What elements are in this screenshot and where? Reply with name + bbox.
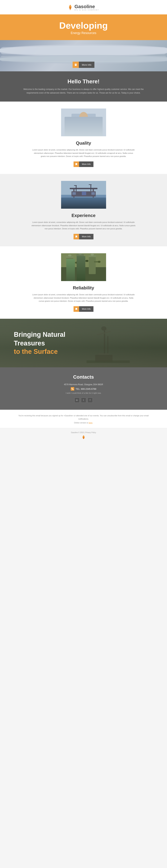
treasures-section: Bringing Natural Treasures to the Surfac…	[0, 319, 167, 367]
footer-online-link[interactable]: here	[89, 422, 92, 424]
bookmark-icon-experience	[75, 236, 78, 238]
reliability-more-info-button[interactable]: More Info	[74, 306, 93, 312]
hello-section: Hello There! Welcome to the leading comp…	[0, 71, 167, 101]
logo-subtitle: OIL & GAS COMPANY	[74, 9, 99, 11]
svg-rect-60	[99, 353, 109, 355]
treasures-title-line2: Treasures	[14, 339, 66, 347]
phone-icon-svg	[72, 388, 74, 390]
treasures-content: Bringing Natural Treasures to the Surfac…	[14, 331, 66, 355]
svg-rect-24	[70, 188, 97, 189]
reliability-button-label: More Info	[79, 306, 93, 312]
experience-button-label: More Info	[79, 234, 93, 239]
social-twitter-icon[interactable]: t	[81, 398, 86, 403]
svg-rect-38	[61, 267, 106, 281]
quality-text: Lorem ipsum dolor sit amet, consectetur …	[32, 148, 135, 158]
logo: Gasoline OIL & GAS COMPANY	[68, 4, 99, 11]
quality-more-info-button[interactable]: More Info	[74, 161, 93, 167]
contact-phone-row: TEL: 800-2345-6789	[14, 387, 153, 391]
footer-disclaimer: You're receiving this email because you …	[14, 414, 153, 421]
svg-rect-30	[90, 184, 91, 191]
svg-marker-54	[76, 308, 77, 310]
contact-address: 4578 Marmora Road, Glasgow, D04 89GR	[14, 383, 153, 386]
reliability-button-icon	[74, 306, 79, 312]
quality-image-bg	[61, 108, 106, 136]
svg-point-19	[87, 121, 93, 126]
experience-section: Experience Lorem ipsum dolor sit amet, c…	[0, 174, 167, 246]
svg-rect-62	[87, 361, 130, 363]
more-info-icon-box	[73, 62, 79, 68]
contacts-section: Contacts 4578 Marmora Road, Glasgow, D04…	[0, 367, 167, 410]
experience-image-bg	[61, 181, 106, 209]
svg-marker-35	[76, 236, 77, 238]
hero-banner: Developing Energy Resources	[0, 14, 167, 40]
bookmark-icon-quality	[75, 163, 78, 165]
treasures-title-line1: Bringing Natural	[14, 331, 66, 339]
experience-image	[61, 181, 106, 209]
footer-disclaimer-text: You're receiving this email because you …	[18, 414, 149, 420]
reliability-image-bg	[61, 253, 106, 281]
quality-button-label: More Info	[79, 161, 93, 167]
svg-point-59	[101, 327, 107, 331]
svg-point-48	[86, 260, 88, 262]
svg-rect-14	[77, 122, 90, 131]
svg-rect-18	[87, 123, 93, 123]
quality-section: Quality Lorem ipsum dolor sit amet, cons…	[0, 101, 167, 174]
contact-phone-number: TEL: 800-2345-6789	[76, 388, 96, 390]
svg-rect-33	[82, 192, 86, 195]
svg-rect-34	[91, 192, 95, 195]
header: Gasoline OIL & GAS COMPANY	[0, 0, 167, 14]
logo-title: Gasoline	[74, 4, 99, 9]
svg-point-13	[79, 112, 88, 122]
pipeline-button-area: More Info	[73, 62, 94, 68]
social-facebook-icon[interactable]: f	[88, 398, 93, 403]
quality-title: Quality	[14, 141, 153, 146]
svg-rect-39	[66, 257, 73, 274]
reliability-illustration	[61, 253, 106, 281]
svg-point-43	[75, 261, 78, 264]
bookmark-icon-reliability	[75, 308, 78, 310]
footer-flame-icon	[82, 435, 85, 440]
flame-icon	[68, 4, 73, 10]
footer: You're receiving this email because you …	[0, 410, 167, 428]
pipeline-more-info-button[interactable]: More Info	[79, 62, 94, 68]
phone-icon	[71, 387, 74, 391]
svg-rect-44	[77, 255, 84, 274]
reliability-text: Lorem ipsum dolor sit amet, consectetur …	[32, 293, 135, 303]
hello-text: Welcome to the leading company on the ma…	[21, 88, 146, 95]
footer-online-text: Online version is here.	[14, 422, 153, 424]
hero-subtitle: Energy Resources	[3, 31, 164, 35]
experience-more-info-button[interactable]: More Info	[74, 234, 93, 239]
svg-point-0	[70, 9, 71, 10]
experience-title: Experience	[14, 213, 153, 218]
social-icons-row: in t f	[14, 398, 153, 403]
reliability-image	[61, 253, 106, 281]
contact-email: I wish I could think of a title for it r…	[14, 392, 153, 394]
svg-rect-23	[61, 198, 106, 209]
svg-point-41	[68, 254, 72, 256]
hero-title: Developing	[3, 21, 164, 31]
svg-point-51	[90, 254, 94, 256]
svg-rect-5	[0, 47, 167, 54]
svg-rect-49	[89, 256, 96, 274]
contacts-title: Contacts	[14, 374, 153, 380]
experience-text: Lorem ipsum dolor sit amet, consectetur …	[32, 221, 135, 230]
svg-rect-31	[89, 184, 91, 185]
footer-brand-text: Gasoline © 2015 | Privacy Policy	[3, 432, 164, 433]
svg-rect-6	[0, 56, 167, 61]
svg-point-53	[98, 261, 100, 263]
footer-bottom: Gasoline © 2015 | Privacy Policy	[0, 428, 167, 444]
svg-rect-17	[87, 122, 93, 122]
quality-button-icon	[74, 161, 79, 167]
quality-image	[61, 108, 106, 136]
reliability-title: Reliability	[14, 285, 153, 290]
svg-rect-29	[74, 185, 77, 186]
experience-button-icon	[74, 234, 79, 239]
svg-rect-15	[85, 119, 95, 131]
svg-rect-16	[87, 121, 94, 121]
svg-rect-28	[76, 185, 77, 191]
experience-illustration	[61, 181, 106, 209]
svg-rect-32	[72, 192, 76, 195]
footer-flame-svg	[82, 435, 85, 440]
social-linkedin-icon[interactable]: in	[74, 398, 80, 403]
logo-text: Gasoline OIL & GAS COMPANY	[74, 4, 99, 11]
